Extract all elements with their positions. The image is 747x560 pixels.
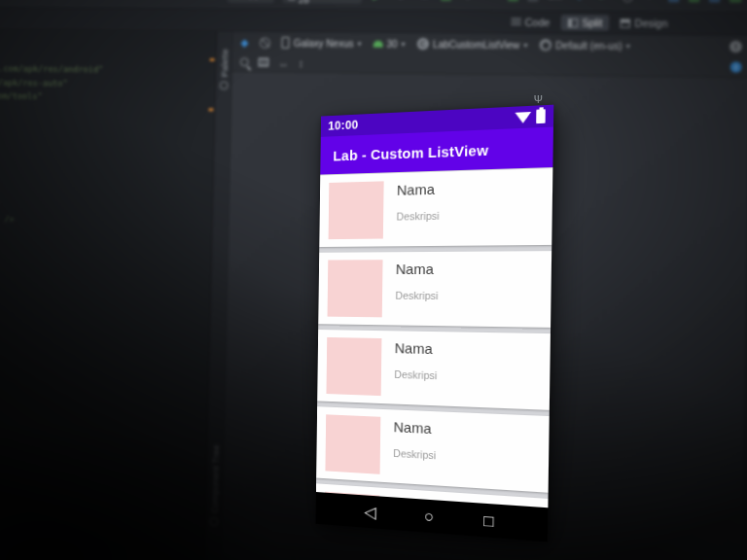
back-button[interactable]: ◁ xyxy=(364,504,376,521)
list-item[interactable]: Nama Deskripsi xyxy=(318,251,551,328)
split-icon xyxy=(568,18,578,27)
debug-icon[interactable] xyxy=(441,0,451,1)
item-description: Deskripsi xyxy=(394,368,437,381)
git-commit-icon[interactable]: ✓ xyxy=(595,0,611,3)
error-badge[interactable]: ! xyxy=(729,41,742,52)
xml-code-editor[interactable]: oid.com/apk/res/android" com/apk/res-aut… xyxy=(0,29,217,560)
color-off-icon[interactable] xyxy=(260,37,270,48)
chevron-down-icon: ▾ xyxy=(523,41,527,50)
item-description: Deskripsi xyxy=(396,210,439,223)
pan-vertical-icon[interactable]: ↕ xyxy=(299,56,304,68)
chevron-down-icon: ▾ xyxy=(357,39,361,48)
item-description: Deskripsi xyxy=(393,447,436,461)
android-icon xyxy=(373,40,382,47)
app-title: Lab - Custom ListView xyxy=(333,141,488,163)
terminal-icon[interactable] xyxy=(689,0,700,3)
list-item[interactable]: Nama Deskripsi xyxy=(316,406,550,493)
phone-preview-area: Ψ 10:00 Lab - Custom ListView Nama Deskr… xyxy=(312,95,549,533)
home-button[interactable]: ○ xyxy=(424,508,434,525)
code-gap xyxy=(0,130,214,189)
item-name: Nama xyxy=(395,339,433,357)
run-config-select[interactable]: app ▾ xyxy=(228,0,274,3)
item-thumbnail xyxy=(328,260,383,317)
api-version-select[interactable]: 30 ▾ xyxy=(373,38,405,49)
pan-horizontal-icon[interactable]: ↔ xyxy=(278,56,289,68)
item-thumbnail xyxy=(326,337,381,396)
wrench-icon: Ψ xyxy=(534,93,543,105)
item-thumbnail xyxy=(325,414,380,474)
rollback-icon[interactable]: ↶ xyxy=(644,0,659,3)
device-manager-icon[interactable] xyxy=(709,0,721,3)
chevron-down-icon: ▾ xyxy=(626,41,630,50)
device-for-preview-select[interactable]: Galaxy Nexus ▾ xyxy=(282,37,362,50)
git-label: Git: xyxy=(548,0,563,1)
tab-palette[interactable]: Palette xyxy=(219,49,231,89)
tab-design[interactable]: Design xyxy=(614,15,675,31)
battery-icon xyxy=(536,109,546,123)
stop-icon[interactable] xyxy=(527,0,539,2)
preview-device-label: Galaxy Nexus xyxy=(294,37,354,48)
profiler-icon[interactable]: ≡ xyxy=(416,0,431,2)
build-hammer-icon[interactable]: ⚒ xyxy=(204,0,219,1)
zoom-icon[interactable] xyxy=(240,57,249,66)
code-icon xyxy=(511,18,520,26)
api-level-label: 30 xyxy=(386,38,397,49)
item-description: Deskripsi xyxy=(395,290,438,301)
list-item[interactable]: Nama Deskripsi xyxy=(319,168,552,247)
project-folder-icon[interactable] xyxy=(668,0,680,2)
recents-button[interactable]: □ xyxy=(483,511,494,529)
device-label: Pixel 3 API 28 xyxy=(299,0,348,5)
apply-changes-icon[interactable]: ↺ xyxy=(393,0,408,2)
view-options-icon[interactable] xyxy=(258,57,268,66)
git-update-icon[interactable]: ↓ xyxy=(572,0,587,3)
tab-component-tree[interactable]: Component Tree xyxy=(208,444,221,526)
history-icon[interactable]: ◷ xyxy=(620,0,635,3)
locale-label: Default (en-us) xyxy=(555,40,622,52)
gauge-icon[interactable]: ⌒ xyxy=(483,0,499,2)
attach-debugger-icon[interactable]: ◖ xyxy=(460,0,475,2)
code-line: d.com/tools" xyxy=(0,89,215,106)
tab-code[interactable]: Code xyxy=(504,15,557,31)
phone-preview[interactable]: 10:00 Lab - Custom ListView Nama Deskrip… xyxy=(316,105,554,542)
theme-select[interactable]: C LabCustomListView ▾ xyxy=(417,38,528,51)
component-tree-label: Component Tree xyxy=(209,444,221,513)
theme-label: LabCustomListView xyxy=(433,39,520,51)
sdk-manager-icon[interactable] xyxy=(729,0,741,3)
tab-split[interactable]: Split xyxy=(560,15,609,31)
tab-code-label: Code xyxy=(524,17,550,28)
item-name: Nama xyxy=(396,261,434,277)
theme-icon: C xyxy=(417,38,429,50)
device-select[interactable]: Pixel 3 API 28 ▾ xyxy=(282,0,362,4)
warning-stripe-marker[interactable] xyxy=(210,58,215,61)
tab-design-label: Design xyxy=(634,18,667,29)
profile-app-icon[interactable] xyxy=(508,0,519,2)
device-phone-icon xyxy=(282,37,290,49)
wifi-icon xyxy=(515,111,531,122)
list-item[interactable]: Nama Deskripsi xyxy=(317,330,551,410)
screenshot-scene: ⚒ app ▾ Pixel 3 API 28 ▾ ▶ ↺ ≡ ◖ ⌒ Git: … xyxy=(0,0,747,560)
warning-stripe-marker[interactable] xyxy=(208,108,213,111)
component-tree-icon xyxy=(209,517,218,526)
run-icon[interactable]: ▶ xyxy=(370,0,384,2)
palette-icon xyxy=(220,81,229,89)
custom-listview[interactable]: Nama Deskripsi Nama Deskripsi Nama Deskr… xyxy=(316,167,552,508)
palette-label: Palette xyxy=(219,49,230,77)
chevron-down-icon: ▾ xyxy=(402,39,406,48)
tab-split-label: Split xyxy=(582,17,602,28)
design-icon xyxy=(621,18,631,27)
status-time: 10:00 xyxy=(328,119,358,133)
locale-select[interactable]: ◉ Default (en-us) ▾ xyxy=(540,39,630,52)
globe-icon: ◉ xyxy=(540,39,552,51)
item-name: Nama xyxy=(397,181,435,198)
item-thumbnail xyxy=(329,181,384,239)
issue-info-icon[interactable]: i xyxy=(730,61,742,72)
design-surface-icon[interactable]: ◆ xyxy=(240,36,249,49)
item-name: Nama xyxy=(394,418,432,437)
